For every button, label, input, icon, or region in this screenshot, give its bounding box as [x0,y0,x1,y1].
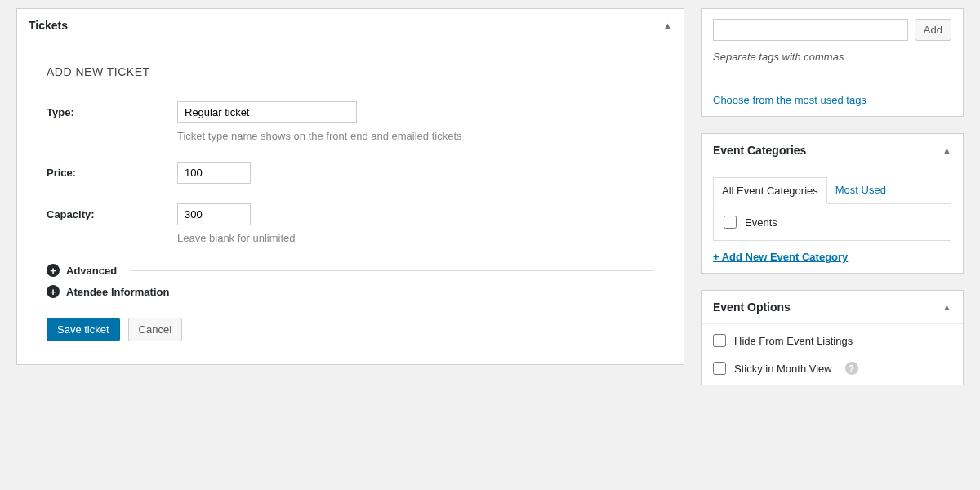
attendee-info-toggle[interactable]: + Atendee Information [47,285,654,298]
tickets-panel-title: Tickets [29,19,68,32]
price-label: Price: [47,162,177,179]
add-new-ticket-heading: ADD NEW TICKET [47,65,654,78]
tags-help-text: Separate tags with commas [713,51,951,63]
categories-list: Events [713,203,951,241]
cancel-button[interactable]: Cancel [128,318,182,341]
type-label: Type: [47,101,177,118]
hide-label: Hide From Event Listings [734,335,853,347]
sticky-month-row[interactable]: Sticky in Month View ? [713,362,951,375]
hide-from-listings-row[interactable]: Hide From Event Listings [713,334,951,347]
event-options-title: Event Options [713,301,791,314]
price-input[interactable] [177,162,251,184]
capacity-help-text: Leave blank for unlimited [177,232,654,244]
choose-tags-link[interactable]: Choose from the most used tags [713,94,866,106]
add-category-link[interactable]: + Add New Event Category [713,251,848,263]
category-label: Events [745,216,777,229]
tags-panel: Add Separate tags with commas Choose fro… [701,8,964,117]
advanced-label: Advanced [66,265,117,277]
event-categories-header[interactable]: Event Categories ▲ [702,134,963,167]
help-icon[interactable]: ? [845,362,858,375]
plus-icon: + [47,285,60,298]
divider [182,292,654,292]
collapse-icon: ▲ [942,302,951,312]
tickets-panel: Tickets ▲ ADD NEW TICKET Type: Ticket ty… [16,8,684,365]
collapse-icon: ▲ [663,20,672,30]
event-options-panel: Event Options ▲ Hide From Event Listings… [701,290,964,385]
tags-input[interactable] [713,19,908,41]
capacity-label: Capacity: [47,203,177,220]
plus-icon: + [47,264,60,277]
sticky-checkbox[interactable] [713,362,726,375]
sticky-label: Sticky in Month View [734,363,832,375]
capacity-input[interactable] [177,203,251,225]
category-checkbox[interactable] [724,216,737,229]
type-help-text: Ticket type name shows on the front end … [177,130,654,142]
tab-all-categories[interactable]: All Event Categories [713,177,827,204]
attendee-label: Atendee Information [66,286,169,298]
tab-most-used[interactable]: Most Used [827,177,894,204]
collapse-icon: ▲ [942,145,951,155]
advanced-toggle[interactable]: + Advanced [47,264,654,277]
event-categories-title: Event Categories [713,144,806,157]
divider [130,270,654,271]
save-ticket-button[interactable]: Save ticket [47,318,120,341]
tickets-panel-header[interactable]: Tickets ▲ [17,9,684,42]
event-options-header[interactable]: Event Options ▲ [702,291,963,324]
add-tag-button[interactable]: Add [915,19,951,41]
event-categories-panel: Event Categories ▲ All Event Categories … [701,133,964,274]
category-item[interactable]: Events [724,216,941,229]
hide-checkbox[interactable] [713,334,726,347]
type-input[interactable] [177,101,357,123]
